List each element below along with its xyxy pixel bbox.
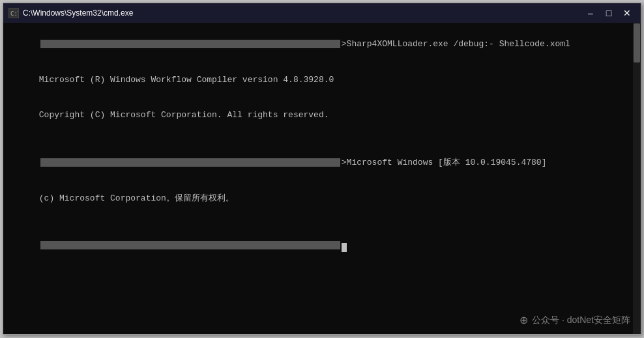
maximize-button[interactable]: □ [600, 7, 617, 20]
scrollbar[interactable] [633, 23, 641, 334]
watermark-text: 公众号 · dotNet安全矩阵 [532, 314, 630, 327]
title-bar: C:\ C:\Windows\System32\cmd.exe – □ ✕ [3, 3, 641, 23]
wechat-icon: ⊕ [520, 313, 528, 328]
terminal-text-2: Microsoft (R) Windows Workflow Compiler … [39, 75, 334, 85]
terminal-line-3: Copyright (C) Microsoft Corporation. All… [8, 98, 636, 134]
window-title: C:\Windows\System32\cmd.exe [23, 8, 582, 18]
redacted-path-2 [40, 158, 340, 167]
terminal-line-4 [8, 134, 636, 145]
minimize-button[interactable]: – [582, 7, 599, 20]
scrollbar-thumb[interactable] [634, 23, 640, 63]
redacted-path-1 [40, 40, 340, 48]
cmd-icon: C:\ [9, 8, 18, 18]
terminal-line-7 [8, 216, 636, 228]
redacted-path-3 [40, 241, 340, 249]
window-controls: – □ ✕ [582, 7, 636, 20]
close-button[interactable]: ✕ [619, 7, 636, 20]
terminal-body[interactable]: >Sharp4XOMLLoader.exe /debug:- Shellcode… [3, 23, 641, 334]
terminal-text-1: >Sharp4XOMLLoader.exe /debug:- Shellcode… [342, 39, 570, 49]
terminal-text-6: (c) Microsoft Corporation。保留所有权利。 [39, 193, 234, 203]
watermark: ⊕ 公众号 · dotNet安全矩阵 [520, 313, 630, 328]
window-icon: C:\ [8, 8, 19, 18]
svg-text:C:\: C:\ [10, 10, 18, 17]
terminal-cursor-line [8, 228, 636, 264]
terminal-text-5: >Microsoft Windows [版本 10.0.19045.4780] [342, 158, 547, 167]
terminal-line-1: >Sharp4XOMLLoader.exe /debug:- Shellcode… [8, 27, 636, 63]
terminal-text-3: Copyright (C) Microsoft Corporation. All… [39, 110, 329, 120]
terminal-line-2: Microsoft (R) Windows Workflow Compiler … [8, 63, 636, 98]
terminal-line-5: >Microsoft Windows [版本 10.0.19045.4780] [8, 145, 636, 181]
terminal-line-6: (c) Microsoft Corporation。保留所有权利。 [8, 180, 636, 216]
cmd-window: C:\ C:\Windows\System32\cmd.exe – □ ✕ >S… [3, 3, 641, 335]
terminal-cursor [342, 243, 347, 252]
